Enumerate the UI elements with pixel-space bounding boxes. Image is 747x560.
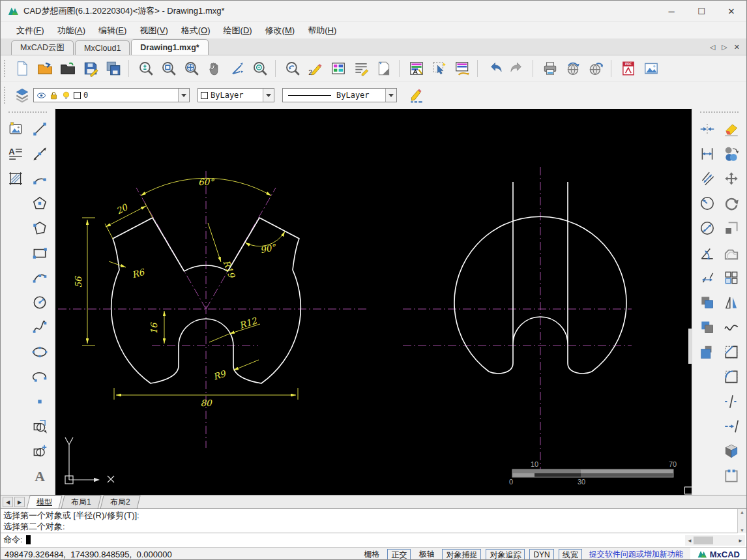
text-tool[interactable] xyxy=(29,465,51,487)
arc-tool[interactable] xyxy=(29,168,51,190)
polygon-tool[interactable] xyxy=(29,192,51,214)
circle-tool[interactable] xyxy=(29,291,51,314)
dim-aligned[interactable] xyxy=(696,168,719,190)
save-as[interactable] xyxy=(102,57,124,80)
copy[interactable] xyxy=(720,143,743,165)
scroll-down-icon[interactable]: ▼ xyxy=(740,528,744,533)
undo[interactable] xyxy=(483,57,506,80)
view-previous[interactable] xyxy=(281,57,304,80)
sketch[interactable] xyxy=(304,57,327,80)
menu-file[interactable]: 文件(F) xyxy=(10,23,51,38)
menu-modify[interactable]: 修改(M) xyxy=(259,23,302,38)
status-toggle[interactable]: 栅格 xyxy=(360,549,383,560)
zoom-extents[interactable] xyxy=(134,57,157,80)
scroll-right-icon[interactable]: ► xyxy=(738,538,743,544)
menu-help[interactable]: 帮助(H) xyxy=(301,23,343,38)
ellipse-arc-tool[interactable] xyxy=(29,366,51,388)
region-tool[interactable] xyxy=(29,415,51,437)
tab-scroll-left-icon[interactable]: ◁ xyxy=(710,43,715,52)
status-toggle[interactable]: 正交 xyxy=(387,549,411,560)
draw-order-under[interactable] xyxy=(696,341,719,363)
toolbar-grip[interactable] xyxy=(4,87,8,104)
dim-linear[interactable] xyxy=(696,143,719,165)
dim-angular[interactable] xyxy=(696,242,719,264)
lineweight-button[interactable] xyxy=(405,84,428,106)
erase[interactable] xyxy=(720,118,743,140)
fillet[interactable] xyxy=(720,366,743,388)
layer-manager[interactable] xyxy=(405,57,428,80)
mtext-tool[interactable] xyxy=(5,143,27,165)
open-drawing[interactable] xyxy=(33,57,56,80)
quick-select[interactable] xyxy=(428,57,450,80)
ellipse-tool[interactable] xyxy=(29,341,51,363)
color-select[interactable]: ByLayer xyxy=(198,88,274,102)
status-toggle[interactable]: 极轴 xyxy=(415,549,437,560)
dim-diameter[interactable] xyxy=(696,217,719,239)
toolbar-grip[interactable] xyxy=(700,111,739,115)
layout-page[interactable] xyxy=(372,57,395,80)
menu-edit[interactable]: 编辑(E) xyxy=(92,23,133,38)
move[interactable] xyxy=(720,168,743,190)
close-button[interactable]: ✕ xyxy=(716,1,746,22)
lengthen[interactable] xyxy=(720,415,743,437)
tab-close-icon[interactable]: ✕ xyxy=(734,43,740,52)
match-properties[interactable] xyxy=(450,57,473,80)
chevron-down-icon[interactable] xyxy=(263,89,274,102)
layout-tab-1[interactable]: 布局1 xyxy=(61,495,101,509)
layer-stack-button[interactable] xyxy=(10,84,33,106)
status-toggle[interactable]: 线宽 xyxy=(559,549,582,560)
image-tool[interactable] xyxy=(5,118,27,140)
break[interactable] xyxy=(720,391,743,413)
chevron-down-icon[interactable] xyxy=(385,89,396,102)
dim-radius[interactable] xyxy=(696,192,719,214)
pan[interactable] xyxy=(203,57,226,80)
spline-tool[interactable] xyxy=(29,316,51,338)
print[interactable] xyxy=(538,57,561,80)
layout-tab-model[interactable]: 模型 xyxy=(26,495,62,509)
arc-3pt-tool[interactable] xyxy=(29,267,51,289)
insert-raster-image[interactable] xyxy=(639,57,662,80)
edge-trim[interactable] xyxy=(696,118,719,140)
menu-function[interactable]: 功能(A) xyxy=(51,23,92,38)
scale[interactable] xyxy=(720,217,743,239)
revision-curve[interactable] xyxy=(720,316,743,338)
rotate[interactable] xyxy=(720,192,743,214)
status-toggle[interactable]: 对象捕捉 xyxy=(442,549,481,560)
zoom-window[interactable] xyxy=(157,57,180,80)
scroll-up-icon[interactable]: ▲ xyxy=(740,510,744,514)
line-tool[interactable] xyxy=(29,118,51,140)
toolbar-grip[interactable] xyxy=(8,111,47,115)
chamfer[interactable] xyxy=(720,341,743,363)
command-input[interactable]: 命令: xyxy=(1,533,746,546)
block-insert-tool[interactable] xyxy=(29,440,51,462)
maximize-button[interactable]: ☐ xyxy=(686,1,716,22)
text-style[interactable] xyxy=(349,57,372,80)
publish-web[interactable] xyxy=(561,57,584,80)
status-toggle[interactable]: DYN xyxy=(529,549,553,560)
command-hscrollbar[interactable]: ◄ ► xyxy=(685,535,745,546)
ucs-axes[interactable] xyxy=(226,57,248,80)
chevron-down-icon[interactable] xyxy=(178,89,189,102)
save[interactable] xyxy=(79,57,102,80)
open-web[interactable] xyxy=(584,57,607,80)
menu-view[interactable]: 视图(V) xyxy=(133,23,174,38)
scroll-left-icon[interactable]: ◄ xyxy=(687,538,692,544)
menu-draw[interactable]: 绘图(D) xyxy=(217,23,259,38)
status-toggle[interactable]: 对象追踪 xyxy=(486,549,525,560)
layer-select[interactable]: 0 xyxy=(33,88,190,102)
minimize-button[interactable]: ─ xyxy=(656,1,686,22)
group[interactable] xyxy=(720,465,743,487)
drawing-canvas[interactable]: 60° 20 56 16 80 R6 R19 90° R12 R9 xyxy=(55,109,693,495)
layout-scroll-right-icon[interactable]: ▶ xyxy=(14,497,25,507)
scrollbar-thumb[interactable] xyxy=(694,537,713,544)
rectangle-tool[interactable] xyxy=(29,242,51,264)
redo[interactable] xyxy=(506,57,529,80)
polyline-tool[interactable] xyxy=(29,217,51,239)
draw-order-front[interactable] xyxy=(696,291,719,314)
feedback-link[interactable]: 提交软件问题或增加新功能 xyxy=(587,549,686,560)
new-file[interactable] xyxy=(10,57,33,80)
toolbar-grip[interactable] xyxy=(4,60,8,77)
xline-tool[interactable] xyxy=(29,143,51,165)
offset[interactable] xyxy=(720,242,743,264)
layout-tab-2[interactable]: 布局2 xyxy=(100,495,140,509)
